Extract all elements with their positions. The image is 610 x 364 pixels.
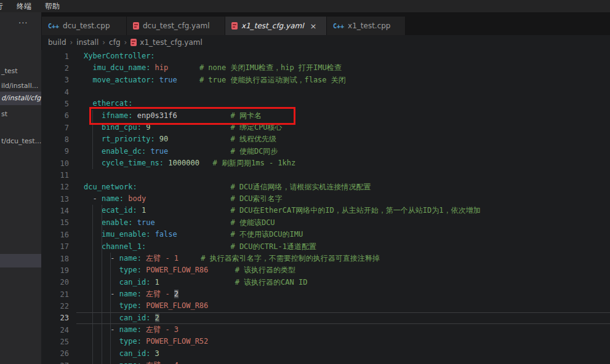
indent-guide-icon <box>92 205 93 216</box>
token <box>177 76 199 84</box>
code-line[interactable]: 12dcu_network: # DCU通信网络，请根据实机连接情况配置 <box>41 181 610 193</box>
close-icon[interactable]: × <box>310 22 317 31</box>
token <box>150 230 155 239</box>
sidebar-item[interactable]: d/install/cfg <box>0 92 42 105</box>
tab-dcu_test_cfg.yaml[interactable]: dcu_test_cfg.yaml <box>127 17 225 35</box>
breadcrumb-segment[interactable]: install <box>76 38 98 47</box>
code-line[interactable]: 25 type: POWER_FLOW_R52 <box>41 336 610 347</box>
code-text: move_actuator: true # true 使能执行器运动测试，fla… <box>76 74 346 86</box>
code-text: - name: 左臂 - 2 <box>76 288 179 300</box>
indent-guide-icon <box>102 324 102 336</box>
indent-guide-icon <box>92 312 93 324</box>
token <box>150 278 155 287</box>
indent-guide-icon <box>102 241 102 253</box>
token <box>137 206 142 215</box>
indent-guide-icon <box>92 241 93 253</box>
sidebar-selected-row[interactable] <box>0 254 41 267</box>
yaml-file-icon <box>231 22 238 30</box>
token <box>168 63 199 72</box>
indent-guide-icon <box>92 360 93 364</box>
token <box>132 111 137 120</box>
code-text: - name: 左臂 - 3 <box>76 324 179 336</box>
breadcrumb-segment[interactable]: cfg <box>109 38 120 47</box>
code-line[interactable]: 22 type: POWER_FLOW_R86 <box>41 300 610 312</box>
token: # 该执行器的类型 <box>235 266 295 274</box>
code-text: - name: body # DCU索引名字 <box>76 193 283 205</box>
token: enable_dc: <box>102 147 146 156</box>
token: dcu_network: <box>84 183 137 191</box>
sidebar-item[interactable]: ild/install... <box>0 80 42 92</box>
code-line[interactable]: 10 cycle_time_ns: 1000000 # 刷新周期1ms - 1k… <box>41 157 610 169</box>
indent-guide-icon <box>92 288 93 300</box>
sidebar-item[interactable]: st <box>0 108 42 121</box>
token: ecat_id: <box>102 206 137 215</box>
menu-item-1[interactable]: 行 <box>0 0 9 13</box>
more-actions-button[interactable]: ··· <box>18 18 28 28</box>
token: can_id: <box>119 278 151 287</box>
line-number: 23 <box>41 314 76 322</box>
sidebar-item[interactable]: t/dcu_test... <box>0 135 42 148</box>
sidebar-item[interactable]: _test <box>0 65 42 77</box>
tab-label: dcu_test.cpp <box>63 22 110 30</box>
code-line[interactable]: 16 imu_enable: false # 不使用该DCU的IMU <box>41 229 610 240</box>
tab-dcu_test.cpp[interactable]: C++dcu_test.cpp <box>42 17 127 35</box>
token <box>159 278 235 287</box>
line-number: 22 <box>41 302 76 311</box>
token <box>146 206 230 215</box>
token: enp0s31f6 <box>137 111 177 120</box>
code-line[interactable]: 27 - name: 左臂 - 4 <box>41 360 610 364</box>
indent-guide-icon <box>92 157 93 169</box>
code-line[interactable]: 5 ethercat: <box>41 98 610 109</box>
token <box>179 254 201 263</box>
line-number: 26 <box>41 349 76 358</box>
code-line[interactable]: 21 - name: 左臂 - 2 <box>41 288 610 300</box>
tab-label: dcu_test_cfg.yaml <box>143 22 210 30</box>
breadcrumb-file-label: x1_test_cfg.yaml <box>140 38 203 47</box>
menu-item-3[interactable]: 帮助 <box>39 0 65 13</box>
tab-x1_test_cfg.yaml[interactable]: x1_test_cfg.yaml× <box>225 17 327 35</box>
breadcrumb-file[interactable]: x1_test_cfg.yaml <box>130 38 203 47</box>
yaml-file-icon <box>133 22 139 30</box>
editor[interactable]: 1XyberController:2 imu_dcu_name: hip # n… <box>41 50 610 364</box>
code-line[interactable]: 11 <box>41 169 610 181</box>
sidebar: ···_testild/install...d/install/cfgstt/d… <box>0 12 42 364</box>
token: - <box>92 194 101 203</box>
code-line[interactable]: 17 channel_1: # DCU的CTRL-1通道配置 <box>41 241 610 253</box>
token: # 网卡名 <box>230 111 261 120</box>
line-number: 9 <box>41 147 76 156</box>
code-line[interactable]: 8 rt_priority: 90 # 线程优先级 <box>41 133 610 145</box>
line-number: 11 <box>41 171 76 180</box>
code-line[interactable]: 15 enable: true # 使能该DCU <box>41 217 610 229</box>
menu-item-2[interactable]: 终端 <box>11 0 37 13</box>
breadcrumb-separator: › <box>124 38 127 47</box>
code-line[interactable]: 9 enable_dc: true # 使能DC同步 <box>41 146 610 157</box>
code-line[interactable]: 23 can_id: 2 <box>41 312 610 324</box>
code-line[interactable]: 19 type: POWER_FLOW_R86 # 该执行器的类型 <box>41 264 610 276</box>
code-line[interactable]: 18 - name: 左臂 - 1 # 执行器索引名字，不需要控制的执行器可直接… <box>41 253 610 264</box>
breadcrumb-segment[interactable]: build <box>48 38 66 47</box>
token: body <box>128 194 146 203</box>
line-number: 12 <box>41 183 76 191</box>
code-line[interactable]: 13 - name: body # DCU索引名字 <box>41 193 610 205</box>
line-number: 8 <box>41 135 76 144</box>
indent-guide-icon <box>110 300 111 312</box>
tab-x1_test.cpp[interactable]: C++x1_test.cpp <box>327 17 406 35</box>
code-line[interactable]: 2 imu_dcu_name: hip # none 关闭IMU检查，hip 打… <box>41 62 610 74</box>
code-text: bind_cpu: 9 # 绑定CPU核心 <box>76 122 283 133</box>
line-number: 16 <box>41 231 76 239</box>
code-text: cycle_time_ns: 1000000 # 刷新周期1ms - 1khz <box>76 157 295 169</box>
code-line[interactable]: 20 can_id: 1 # 该执行器的CAN ID <box>41 277 610 288</box>
code-text: - name: 左臂 - 1 # 执行器索引名字，不需要控制的执行器可直接注释掉 <box>76 253 380 264</box>
token <box>155 218 231 227</box>
code-line[interactable]: 14 ecat_id: 1 # DCU在EtherCAT网络中的ID，从主站开始… <box>41 205 610 216</box>
code-line[interactable]: 7 bind_cpu: 9 # 绑定CPU核心 <box>41 122 610 133</box>
code-text: XyberController: <box>76 50 155 62</box>
code-line[interactable]: 26 can_id: 3 <box>41 348 610 360</box>
indent-guide-icon <box>110 336 111 347</box>
code-line[interactable]: 1XyberController: <box>41 50 610 62</box>
code-line[interactable]: 24 - name: 左臂 - 3 <box>41 324 610 336</box>
code-line[interactable]: 6 ifname: enp0s31f6 # 网卡名 <box>41 110 610 122</box>
token: can_id: <box>119 349 151 358</box>
code-line[interactable]: 3 move_actuator: true # true 使能执行器运动测试，f… <box>41 74 610 86</box>
code-line[interactable]: 4 <box>41 86 610 98</box>
